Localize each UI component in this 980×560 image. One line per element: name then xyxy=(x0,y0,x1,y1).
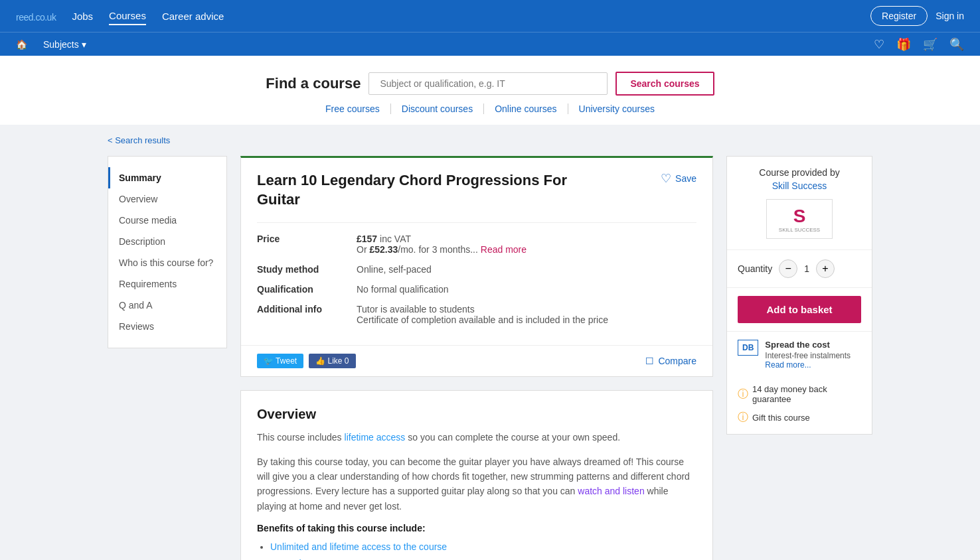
benefits-title: Benefits of taking this course include: xyxy=(257,523,696,533)
add-to-basket-button[interactable]: Add to basket xyxy=(738,296,861,323)
spread-cost-section: DB Spread the cost Interest-free instalm… xyxy=(727,331,872,378)
logo[interactable]: reed.co.uk xyxy=(16,9,56,24)
price-monthly: Or £52.33/mo. for 3 months... Read more xyxy=(357,244,527,255)
sidebar-item-qa[interactable]: Q and A xyxy=(108,295,226,316)
benefit-1: Unlimited and lifetime access to the cou… xyxy=(270,541,447,552)
search-button[interactable]: Search courses xyxy=(615,72,714,96)
guarantee-row: ⓘ 14 day money back guarantee xyxy=(727,378,872,411)
sidebar-item-overview[interactable]: Overview xyxy=(108,188,226,210)
provider-logo-letter: S xyxy=(779,206,820,227)
course-header: Learn 10 Legendary Chord Progressions Fo… xyxy=(241,158,712,222)
nav-jobs[interactable]: Jobs xyxy=(72,8,93,25)
quantity-label: Quantity xyxy=(738,263,772,274)
gift-icon[interactable]: 🎁 xyxy=(896,37,911,52)
compare-button[interactable]: ☐ Compare xyxy=(645,356,696,366)
study-method-label: Study method xyxy=(257,264,357,275)
additional-info-row: Additional info Tutor is available to st… xyxy=(257,304,696,325)
gift-info-icon: ⓘ xyxy=(738,411,748,425)
course-card: Learn 10 Legendary Chord Progressions Fo… xyxy=(240,156,713,377)
additional-info-line2: Certificate of completion available and … xyxy=(357,315,608,325)
center-content: Learn 10 Legendary Chord Progressions Fo… xyxy=(240,156,713,560)
find-course-label: Find a course xyxy=(266,75,361,92)
secondary-navigation: 🏠 Subjects ▾ ♡ 🎁 🛒 🔍 xyxy=(0,32,980,56)
main-layout: < Search results Summary Overview Course… xyxy=(92,125,888,560)
course-title: Learn 10 Legendary Chord Progressions Fo… xyxy=(257,171,576,209)
db-badge: DB xyxy=(738,340,758,356)
overview-para1: This course includes lifetime access so … xyxy=(257,430,696,445)
like-button[interactable]: 👍 Like 0 xyxy=(309,354,355,368)
sidebar-item-description[interactable]: Description xyxy=(108,231,226,252)
qualification-label: Qualification xyxy=(257,284,357,295)
study-method-value: Online, self-paced xyxy=(357,264,432,275)
overview-title: Overview xyxy=(257,407,696,422)
university-courses-link[interactable]: University courses xyxy=(568,104,665,114)
list-item: Unlimited and lifetime access to the cou… xyxy=(270,539,696,555)
signin-link[interactable]: Sign in xyxy=(936,11,964,21)
save-button[interactable]: ♡ Save xyxy=(661,171,696,186)
nav-courses[interactable]: Courses xyxy=(109,7,146,25)
subjects-dropdown[interactable]: Subjects ▾ xyxy=(43,39,86,50)
guarantee-text: 14 day money back guarantee xyxy=(752,384,861,404)
provider-logo[interactable]: S SKILL SUCCESS xyxy=(766,199,833,239)
sidebar-item-requirements[interactable]: Requirements xyxy=(108,273,226,295)
find-course-row: Find a course Search courses xyxy=(0,72,980,96)
list-item: Learn the course at your own pace xyxy=(270,555,696,560)
sidebar-item-reviews[interactable]: Reviews xyxy=(108,316,226,337)
home-link[interactable]: 🏠 xyxy=(16,39,27,50)
social-row: 🐦 Tweet 👍 Like 0 ☐ Compare xyxy=(241,345,712,376)
search-section: Find a course Search courses Free course… xyxy=(0,56,980,125)
quantity-plus-button[interactable]: + xyxy=(816,259,835,278)
price-amount: £157 inc VAT xyxy=(357,234,527,244)
sidebar-item-summary[interactable]: Summary xyxy=(108,167,226,188)
content-area: Summary Overview Course media Descriptio… xyxy=(108,156,872,560)
price-number: £157 xyxy=(357,234,377,244)
course-links: Free courses Discount courses Online cou… xyxy=(0,104,980,114)
quantity-value: 1 xyxy=(804,263,809,274)
heart-icon: ♡ xyxy=(661,171,671,186)
basket-icon[interactable]: 🛒 xyxy=(923,37,938,52)
register-button[interactable]: Register xyxy=(870,6,928,26)
save-label: Save xyxy=(675,173,696,184)
price-vat: inc VAT xyxy=(380,234,411,244)
guarantee-info-icon: ⓘ xyxy=(738,387,748,401)
study-method-row: Study method Online, self-paced xyxy=(257,264,696,275)
discount-courses-link[interactable]: Discount courses xyxy=(391,104,484,114)
provider-name-link[interactable]: Skill Success xyxy=(738,180,861,191)
provider-logo-label: SKILL SUCCESS xyxy=(779,227,820,233)
logo-brand: reed xyxy=(16,12,33,23)
right-sidebar: Course provided by Skill Success S SKILL… xyxy=(726,156,872,435)
compare-checkbox-icon: ☐ xyxy=(645,356,654,366)
price-row: Price £157 inc VAT Or £52.33/mo. for 3 m… xyxy=(257,234,696,255)
price-value: £157 inc VAT Or £52.33/mo. for 3 months.… xyxy=(357,234,527,255)
left-sidebar: Summary Overview Course media Descriptio… xyxy=(108,156,227,348)
online-courses-link[interactable]: Online courses xyxy=(484,104,568,114)
free-courses-link[interactable]: Free courses xyxy=(315,104,391,114)
sidebar-item-course-media[interactable]: Course media xyxy=(108,210,226,231)
spread-read-more-link[interactable]: Read more... xyxy=(765,360,811,370)
quantity-row: Quantity − 1 + xyxy=(727,250,872,288)
overview-para2: By taking this course today, you can bec… xyxy=(257,455,696,514)
wishlist-icon[interactable]: ♡ xyxy=(874,37,884,52)
overview-section: Overview This course includes lifetime a… xyxy=(240,390,713,560)
top-navigation: reed.co.uk Jobs Courses Career advice Re… xyxy=(0,0,980,32)
back-to-search[interactable]: < Search results xyxy=(108,135,872,145)
nav-career-advice[interactable]: Career advice xyxy=(162,8,224,25)
provider-header-title: Course provided by xyxy=(738,167,861,178)
provider-header: Course provided by Skill Success S SKILL… xyxy=(727,157,872,250)
social-buttons: 🐦 Tweet 👍 Like 0 xyxy=(257,354,356,368)
search-input[interactable] xyxy=(368,72,608,95)
nav-icons: ♡ 🎁 🛒 🔍 xyxy=(874,37,964,52)
spread-subtitle: Interest-free instalments xyxy=(765,351,851,360)
additional-info-label: Additional info xyxy=(257,304,357,325)
spread-text: Spread the cost Interest-free instalment… xyxy=(765,340,851,370)
spread-title: Spread the cost xyxy=(765,340,851,350)
gift-text: Gift this course xyxy=(752,413,810,423)
gift-row[interactable]: ⓘ Gift this course xyxy=(727,411,872,434)
qualification-row: Qualification No formal qualification xyxy=(257,284,696,295)
read-more-link[interactable]: Read more xyxy=(481,244,527,255)
search-icon[interactable]: 🔍 xyxy=(949,37,964,52)
quantity-minus-button[interactable]: − xyxy=(779,259,797,278)
sidebar-item-who[interactable]: Who is this course for? xyxy=(108,252,226,273)
benefits-list: Unlimited and lifetime access to the cou… xyxy=(257,539,696,560)
tweet-button[interactable]: 🐦 Tweet xyxy=(257,354,303,368)
